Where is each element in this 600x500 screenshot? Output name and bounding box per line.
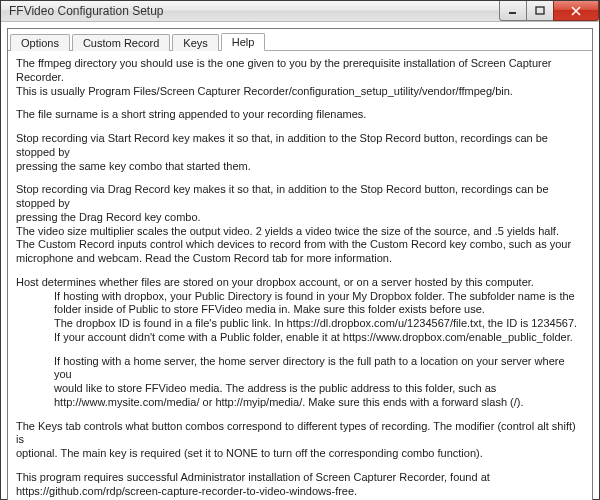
- help-text: pressing the Drag Record key combo.: [16, 211, 584, 225]
- help-text: If your account didn't come with a Publi…: [16, 331, 584, 345]
- help-text: If hosting with a home server, the home …: [16, 355, 584, 383]
- help-text: Stop recording via Drag Record key makes…: [16, 183, 584, 211]
- help-text: http://www.mysite.com/media/ or http://m…: [16, 396, 584, 410]
- help-text: microphone and webcam. Read the Custom R…: [16, 252, 584, 266]
- minimize-button[interactable]: [499, 1, 527, 21]
- help-text: The ffmpeg directory you should use is t…: [16, 57, 584, 85]
- help-text: This program requires successful Adminis…: [16, 471, 584, 485]
- help-text: The video size multiplier scales the out…: [16, 225, 584, 239]
- maximize-icon: [535, 6, 545, 16]
- close-icon: [570, 6, 582, 16]
- help-text: The Custom Record inputs control which d…: [16, 238, 584, 252]
- tab-keys[interactable]: Keys: [172, 34, 218, 51]
- maximize-button[interactable]: [526, 1, 554, 21]
- help-text: The dropbox ID is found in a file's publ…: [16, 317, 584, 331]
- tab-bar: Options Custom Record Keys Help: [8, 29, 592, 51]
- window-controls: [500, 1, 599, 21]
- close-button[interactable]: [553, 1, 599, 21]
- dialog-body: Options Custom Record Keys Help The ffmp…: [7, 28, 593, 500]
- help-text: https://github.com/rdp/screen-capture-re…: [16, 485, 584, 499]
- help-text: Host determines whether files are stored…: [16, 276, 584, 290]
- help-text: Stop recording via Start Record key make…: [16, 132, 584, 160]
- help-content: The ffmpeg directory you should use is t…: [8, 51, 592, 500]
- minimize-icon: [508, 6, 518, 16]
- svg-rect-1: [536, 7, 544, 14]
- help-text: pressing the same key combo that started…: [16, 160, 584, 174]
- help-text: folder inside of Public to store FFVideo…: [16, 303, 584, 317]
- tab-help[interactable]: Help: [221, 33, 266, 51]
- tab-custom-record[interactable]: Custom Record: [72, 34, 170, 51]
- help-text: This is usually Program Files/Screen Cap…: [16, 85, 584, 99]
- help-text: The file surname is a short string appen…: [16, 108, 584, 122]
- window-title: FFVideo Configuration Setup: [9, 4, 500, 18]
- help-text: would like to store FFVideo media. The a…: [16, 382, 584, 396]
- window-frame: FFVideo Configuration Setup Options Cust…: [0, 0, 600, 500]
- titlebar: FFVideo Configuration Setup: [1, 1, 599, 22]
- help-text: optional. The main key is required (set …: [16, 447, 584, 461]
- help-text: If hosting with dropbox, your Public Dir…: [16, 290, 584, 304]
- help-text: The Keys tab controls what button combos…: [16, 420, 584, 448]
- tab-options[interactable]: Options: [10, 34, 70, 51]
